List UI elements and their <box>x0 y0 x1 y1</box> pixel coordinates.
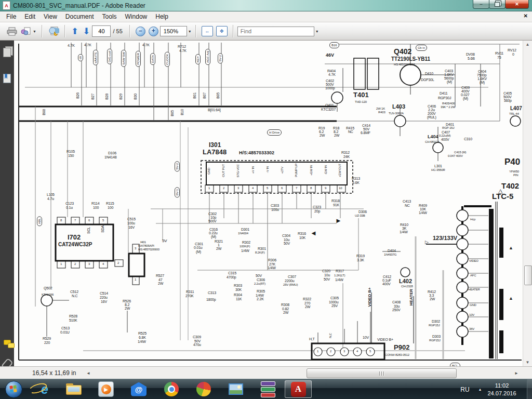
fit-page-icon: ✥ <box>216 26 228 36</box>
pages-panel-button[interactable] <box>2 47 12 58</box>
page-number-input[interactable] <box>92 25 111 37</box>
close-button[interactable]: ✕ <box>505 0 529 9</box>
taskbar-image-viewer[interactable] <box>222 380 249 398</box>
upload-web-button[interactable] <box>46 25 61 37</box>
find-dropdown-caret[interactable]: ▼ <box>315 30 319 33</box>
toolbar-separator <box>64 25 65 37</box>
comments-panel-button[interactable] <box>2 337 12 348</box>
zoom-dropdown-caret[interactable]: ▼ <box>188 30 192 33</box>
taskbar-media-player[interactable]: ▶ <box>92 380 119 398</box>
menu-file[interactable]: File <box>2 12 20 21</box>
folder-icon <box>66 383 82 395</box>
chevron-down-icon: ▼ <box>33 30 36 33</box>
taskbar-windows-explorer[interactable] <box>60 380 87 398</box>
document-close-icon[interactable]: ✕ <box>524 13 528 19</box>
start-button[interactable] <box>2 380 25 398</box>
browser-ball-icon <box>196 382 211 396</box>
minimize-button[interactable]: – <box>473 0 489 9</box>
vertical-scroll-thumb[interactable] <box>524 265 532 285</box>
screen: { "titlebar": {"title": "CM800-801_SVC_m… <box>0 0 532 399</box>
scroll-left-icon[interactable]: ◄ <box>86 371 90 376</box>
page-count-label: / 55 <box>113 28 122 34</box>
taskbar-mail-ru[interactable]: @ <box>125 380 152 398</box>
fit-width-icon: ↔ <box>202 26 213 36</box>
email-share-button[interactable]: ▼ <box>19 26 38 37</box>
previous-page-button[interactable]: ⬆ <box>71 27 78 36</box>
taskbar-browser-ball[interactable] <box>190 380 217 398</box>
zoom-level-value[interactable]: 150% <box>160 26 187 36</box>
adobe-reader-icon: A <box>291 382 306 397</box>
fit-width-button[interactable]: ↔ <box>200 25 215 37</box>
print-button[interactable] <box>5 26 19 37</box>
menu-bar: FileEditViewDocumentToolsWindowHelp <box>0 11 532 22</box>
taskbar: e ▶ @ A RU ▴ 11:02 24.07.2016 <box>0 379 532 399</box>
image-viewer-icon <box>229 383 243 395</box>
window-controls: – ✕ <box>473 0 529 9</box>
mail-ru-icon: @ <box>131 382 147 396</box>
menu-view[interactable]: View <box>39 12 61 21</box>
find-input[interactable] <box>237 26 314 36</box>
tray-expand-icon[interactable]: ▴ <box>475 379 485 399</box>
globe-document-icon <box>48 26 59 36</box>
navigation-pane <box>0 41 14 366</box>
menu-tools[interactable]: Tools <box>98 12 121 21</box>
taskbar-winrar[interactable] <box>255 380 282 398</box>
restore-button[interactable] <box>489 0 506 9</box>
title-bar[interactable]: A CM800-801_SVC_manual.PDF - Adobe Reade… <box>0 0 532 11</box>
next-page-button[interactable]: ⬇ <box>83 27 90 36</box>
menu-window[interactable]: Window <box>121 12 152 21</box>
toolbar-separator <box>129 25 130 37</box>
taskbar-internet-explorer[interactable]: e <box>31 380 58 398</box>
printer-icon <box>7 27 17 36</box>
scroll-up-icon[interactable]: ▲ <box>523 42 532 47</box>
show-desktop-button[interactable] <box>527 379 532 399</box>
bookmarks-panel-button[interactable] <box>2 73 12 84</box>
horizontal-scroll-thumb[interactable] <box>307 368 457 378</box>
menu-document[interactable]: Document <box>61 12 98 21</box>
pdf-document-page[interactable] <box>14 41 523 366</box>
language-indicator[interactable]: RU <box>456 379 474 399</box>
scroll-right-icon[interactable]: ► <box>514 371 518 376</box>
zoom-out-button[interactable]: – <box>136 26 145 36</box>
zoom-in-button[interactable]: + <box>149 26 158 36</box>
menu-help[interactable]: Help <box>151 12 172 21</box>
media-player-icon: ▶ <box>98 381 114 397</box>
status-bar: 16,54 x 11,69 in ◄ ► <box>0 366 532 379</box>
document-dimensions-label: 16,54 x 11,69 in <box>32 369 76 377</box>
taskbar-adobe-reader-active[interactable]: A <box>285 380 312 398</box>
vertical-scrollbar[interactable]: ▲ ▼ <box>523 41 532 366</box>
toolbar-separator <box>233 25 234 37</box>
toolbar: ▼ ⬆ ⬇ / 55 – + 150% ▼ ↔ ✥ ▼ <box>0 22 532 41</box>
chrome-icon <box>164 382 179 396</box>
scroll-down-icon[interactable]: ▼ <box>523 360 532 365</box>
adobe-reader-app-icon: A <box>3 1 10 10</box>
clock[interactable]: 11:02 24.07.2016 <box>485 379 518 399</box>
send-document-icon <box>20 27 32 36</box>
toolbar-separator <box>195 25 196 37</box>
clock-date: 24.07.2016 <box>487 390 516 397</box>
menu-edit[interactable]: Edit <box>20 12 39 21</box>
windows-start-icon <box>5 381 22 398</box>
fit-page-button[interactable]: ✥ <box>215 25 229 37</box>
bookmarks-icon <box>3 74 11 83</box>
taskbar-chrome[interactable] <box>158 380 185 398</box>
window-title: CM800-801_SVC_manual.PDF - Adobe Reader <box>13 2 145 9</box>
comments-icon <box>4 340 11 345</box>
pages-icon <box>3 48 11 57</box>
clock-time: 11:02 <box>495 382 509 390</box>
horizontal-scrollbar[interactable] <box>94 368 512 378</box>
winrar-icon <box>261 381 275 397</box>
restore-icon <box>495 2 500 7</box>
toolbar-separator <box>42 25 43 37</box>
